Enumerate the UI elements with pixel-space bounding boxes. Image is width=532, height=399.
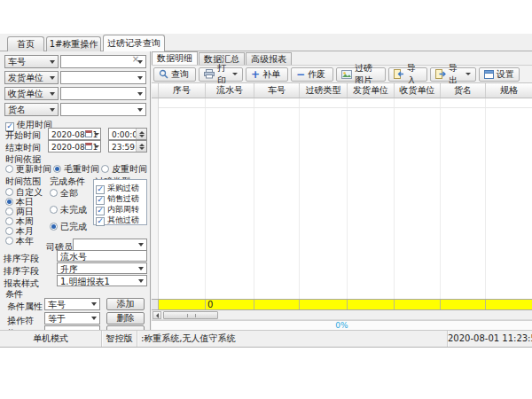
complete-state-label: 完成条件 (50, 176, 85, 188)
chevron-down-icon (135, 239, 146, 250)
print-button[interactable]: 打印 (199, 67, 243, 82)
search-icon (159, 69, 168, 79)
table-body[interactable] (152, 98, 532, 299)
import-icon (394, 69, 404, 79)
radio-icon (101, 165, 109, 173)
tab-weigh-operation[interactable]: 1#称重操作 (46, 36, 101, 51)
check-internal-label: 内部周转 (107, 205, 139, 214)
filter-value-shipper[interactable] (60, 71, 146, 84)
chevron-down-icon (135, 276, 146, 286)
sort-order-select[interactable]: 升序 (57, 262, 147, 274)
report-style-select[interactable]: 1.明细报表1 (57, 275, 147, 286)
sort-field-input[interactable]: 流水号 (57, 250, 147, 262)
query-label: 查询 (171, 68, 189, 81)
grid-column (348, 98, 395, 299)
tab-record-query[interactable]: 过磅记录查询× (103, 35, 165, 51)
end-date-picker[interactable]: 2020-08-01 (48, 140, 101, 153)
radio-state-finished[interactable]: 已完成 (50, 221, 87, 233)
delete-condition-button[interactable]: 删除 (106, 312, 145, 325)
col-serial[interactable]: 流水号 (206, 83, 254, 98)
chevron-down-icon (46, 88, 58, 99)
condition-title: 条件 (5, 288, 23, 301)
condition-attr-select[interactable]: 车号 (44, 298, 100, 310)
filter-field-vehicle[interactable]: 车号 (4, 55, 59, 68)
filter-panel: 车号 发货单位 收货单位 (0, 51, 151, 330)
start-date-picker[interactable]: 2020-08-01 (48, 128, 101, 140)
col-shipper[interactable]: 发货单位 (348, 83, 395, 98)
void-label: 作废 (308, 68, 325, 81)
col-receiver[interactable]: 收货单位 (395, 83, 441, 98)
summary-cell (486, 300, 532, 309)
grid-column (486, 98, 532, 299)
check-purchase-label: 采购过磅 (107, 184, 139, 192)
tab-advanced-report[interactable]: 高级报表 (246, 52, 292, 65)
filter-field-shipper[interactable]: 发货单位 (4, 71, 59, 84)
supplement-button[interactable]: + 补单 (246, 67, 288, 82)
col-seq[interactable]: 序号 (159, 83, 206, 98)
col-weigh-type[interactable]: 过磅类型 (300, 83, 348, 98)
summary-cell (395, 300, 441, 309)
filter-field-goods-label: 货名 (8, 105, 26, 114)
filter-value-goods[interactable] (60, 103, 146, 116)
tab-home[interactable]: 首页 (7, 36, 44, 51)
printer-icon (204, 69, 215, 79)
spinner-up-down-icon[interactable] (136, 129, 146, 139)
radio-state-all[interactable]: 全部 (50, 187, 78, 200)
check-other[interactable]: ✓其他过磅 (96, 215, 139, 226)
radio-state-unfinished[interactable]: 未完成 (50, 204, 87, 216)
sort-order-value: 升序 (60, 264, 78, 274)
summary-count-cell: 0 (206, 300, 254, 309)
condition-op-label: 操作符 (7, 315, 34, 327)
sort-field-label: 排序字段 (4, 253, 39, 265)
settings-window-icon (484, 70, 494, 79)
tab-data-detail[interactable]: 数据明细 (152, 51, 198, 65)
weigh-photos-button[interactable]: 过磅图片 (336, 67, 386, 82)
add-condition-button[interactable]: 添加 (106, 298, 145, 310)
spinner-up-down-icon[interactable] (136, 141, 146, 152)
import-button[interactable]: 导入 (388, 67, 427, 82)
filter-field-goods[interactable]: 货名 (4, 103, 59, 116)
status-bar: 单机模式 智控版 :称重系统,无人值守系统 2020-08-01 11:23:5… (0, 330, 532, 347)
query-button[interactable]: 查询 (153, 67, 196, 82)
status-edition: 智控版 (102, 331, 137, 347)
export-icon (435, 69, 446, 79)
radio-icon (5, 207, 13, 215)
radio-range-year-label: 本年 (16, 236, 34, 246)
checkbox-checked-icon: ✓ (96, 207, 105, 215)
weigher-select[interactable] (73, 239, 147, 251)
close-icon[interactable]: × (132, 54, 139, 64)
radio-range-year[interactable]: 本年 (5, 235, 34, 247)
status-system-name: :称重系统,无人值守系统 (137, 331, 448, 347)
radio-update-time[interactable]: 更新时间 (5, 163, 51, 176)
radio-gross-time[interactable]: 毛重时间 (53, 163, 99, 176)
start-time-spinner[interactable]: 0:00:00 (108, 128, 147, 140)
picture-icon (341, 70, 352, 79)
app-window: 首页 1#称重操作 过磅记录查询× 车号 发货单位 (0, 34, 532, 348)
calendar-icon (83, 129, 100, 139)
horizontal-scrollbar[interactable] (152, 310, 532, 320)
filter-field-receiver[interactable]: 收货单位 (4, 87, 59, 100)
col-vehicle[interactable]: 车号 (254, 83, 300, 98)
grid-column (206, 98, 254, 299)
scroll-left-arrow-icon[interactable] (153, 311, 161, 319)
grid-column (254, 98, 300, 299)
end-time-spinner[interactable]: 23:59:59 (108, 140, 147, 153)
chevron-down-icon (135, 263, 146, 273)
void-button[interactable]: − 作废 (291, 67, 333, 82)
radio-tare-time[interactable]: 皮重时间 (101, 163, 147, 176)
chevron-down-icon (88, 299, 99, 309)
radio-gross-time-label: 毛重时间 (64, 164, 99, 174)
minus-icon: − (296, 70, 305, 79)
plus-icon: + (251, 70, 260, 79)
col-spec[interactable]: 规格 (486, 83, 532, 98)
col-goods[interactable]: 货名 (441, 83, 486, 98)
condition-op-value: 等于 (48, 314, 66, 324)
tab-weigh-operation-label: 1#称重操作 (50, 39, 98, 49)
content-area: 车号 发货单位 收货单位 (0, 51, 532, 330)
condition-op-select[interactable]: 等于 (44, 312, 100, 325)
settings-button[interactable]: 设置 (479, 67, 520, 82)
export-button[interactable]: 导出 (430, 67, 476, 82)
scrollbar-thumb[interactable] (163, 311, 218, 319)
filter-value-receiver[interactable] (60, 87, 146, 100)
radio-update-time-label: 更新时间 (16, 164, 51, 174)
